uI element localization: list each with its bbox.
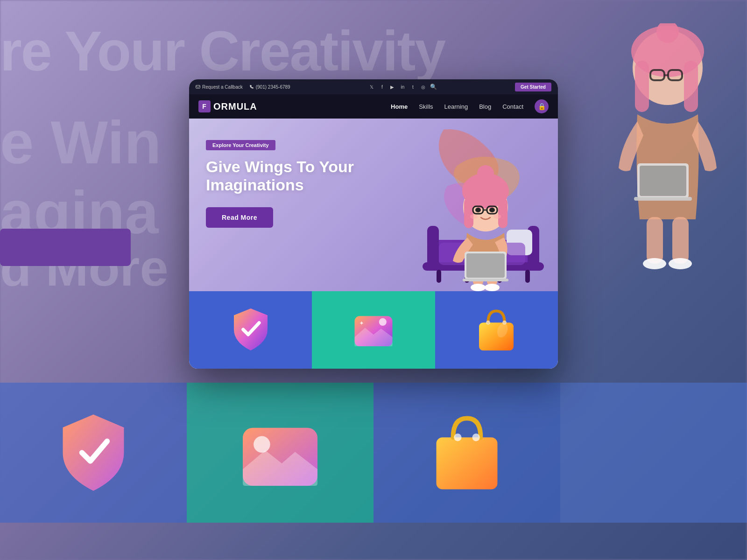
shield-svg — [230, 307, 272, 353]
bg-icon-shield-block — [0, 383, 187, 523]
nav-links: Home Skills Learning Blog Contact 🔒 — [391, 99, 549, 113]
svg-rect-22 — [427, 226, 439, 268]
svg-point-10 — [643, 258, 666, 269]
bg-bag-icon — [425, 411, 509, 495]
bg-icon-extra-block — [560, 383, 747, 523]
svg-rect-8 — [647, 217, 663, 264]
youtube-icon[interactable]: ▶ — [389, 84, 395, 90]
svg-point-19 — [472, 434, 479, 441]
instagram-icon[interactable]: ◎ — [420, 84, 426, 90]
hero-badge: Explore Your Creativity — [206, 140, 275, 150]
hero-section: Explore Your Creativity Give Wings To Yo… — [189, 119, 558, 291]
top-bar-right: Get Started — [515, 83, 551, 91]
card-picture: ✦ — [312, 291, 435, 369]
card-bag — [435, 291, 558, 369]
tumblr-icon[interactable]: t — [409, 84, 416, 90]
logo-text: ORMULA — [213, 101, 257, 112]
svg-rect-41 — [498, 198, 507, 228]
svg-rect-14 — [634, 197, 692, 201]
svg-rect-37 — [463, 279, 508, 281]
top-bar: Request a Callback (901) 2345-6789 𝕏 f ▶… — [189, 79, 558, 94]
svg-point-42 — [477, 165, 494, 182]
logo: F ORMULA — [198, 100, 257, 112]
bg-icons-row — [0, 383, 747, 523]
hero-title: Give Wings To Your Imaginations — [206, 158, 354, 194]
nav-home[interactable]: Home — [391, 103, 408, 110]
phone-contact: (901) 2345-6789 — [249, 84, 290, 90]
svg-point-33 — [471, 284, 486, 291]
svg-point-49 — [493, 214, 501, 219]
svg-point-47 — [489, 208, 495, 212]
bg-icon-picture-block — [187, 383, 374, 523]
svg-point-11 — [669, 258, 692, 269]
bg-icon-bag-block — [374, 383, 560, 523]
browser-window: Request a Callback (901) 2345-6789 𝕏 f ▶… — [189, 79, 558, 369]
svg-text:✦: ✦ — [359, 320, 364, 327]
svg-point-16 — [254, 436, 270, 453]
svg-rect-20 — [196, 85, 200, 88]
top-bar-social: 𝕏 f ▶ in t ◎ 🔍 — [368, 84, 437, 90]
svg-rect-28 — [525, 270, 530, 283]
email-icon — [196, 84, 200, 89]
picture-card-icon: ✦ — [352, 309, 395, 351]
svg-rect-53 — [479, 322, 514, 350]
svg-point-48 — [470, 214, 478, 219]
svg-rect-9 — [672, 217, 689, 264]
bg-char-svg — [565, 23, 742, 350]
twitter-icon[interactable]: 𝕏 — [368, 84, 375, 90]
phone-icon — [249, 84, 254, 89]
bg-purple-button-shape — [0, 229, 131, 266]
bg-shield-icon — [51, 411, 135, 495]
shield-card-icon — [230, 309, 272, 351]
svg-point-46 — [475, 208, 481, 212]
hero-character-svg — [418, 151, 549, 291]
nav-bar: F ORMULA Home Skills Learning Blog Conta… — [189, 94, 558, 119]
request-callback: Request a Callback — [196, 84, 243, 90]
nav-learning[interactable]: Learning — [444, 103, 468, 110]
logo-icon: F — [198, 100, 211, 112]
user-account-icon[interactable]: 🔒 — [535, 99, 549, 113]
svg-rect-25 — [437, 270, 441, 283]
read-more-button[interactable]: Read More — [206, 207, 273, 228]
search-icon-top[interactable]: 🔍 — [430, 84, 437, 90]
cards-section: ✦ — [189, 291, 558, 369]
nav-contact[interactable]: Contact — [502, 103, 523, 110]
bg-text-creativity: re Your Creativity — [0, 19, 445, 83]
svg-point-34 — [485, 284, 500, 291]
svg-rect-40 — [464, 198, 473, 228]
linkedin-icon[interactable]: in — [399, 84, 406, 90]
bag-card-icon — [475, 309, 517, 351]
svg-point-51 — [379, 318, 387, 326]
bg-text-wings: e Win — [0, 107, 162, 177]
hero-content: Explore Your Creativity Give Wings To Yo… — [206, 135, 354, 228]
svg-rect-17 — [437, 437, 498, 489]
nav-blog[interactable]: Blog — [479, 103, 491, 110]
svg-rect-13 — [640, 166, 686, 196]
svg-point-18 — [454, 434, 461, 441]
facebook-icon[interactable]: f — [379, 84, 385, 90]
svg-point-54 — [486, 321, 490, 325]
picture-svg: ✦ — [352, 309, 395, 350]
bag-svg — [476, 307, 517, 353]
svg-rect-3 — [684, 61, 698, 112]
card-shield — [189, 291, 312, 369]
svg-rect-2 — [635, 61, 649, 112]
top-bar-left: Request a Callback (901) 2345-6789 — [196, 84, 290, 90]
bg-picture-icon — [238, 415, 322, 490]
svg-rect-36 — [466, 253, 505, 278]
nav-skills[interactable]: Skills — [419, 103, 433, 110]
bg-character-right — [551, 14, 747, 364]
get-started-button[interactable]: Get Started — [515, 83, 551, 91]
